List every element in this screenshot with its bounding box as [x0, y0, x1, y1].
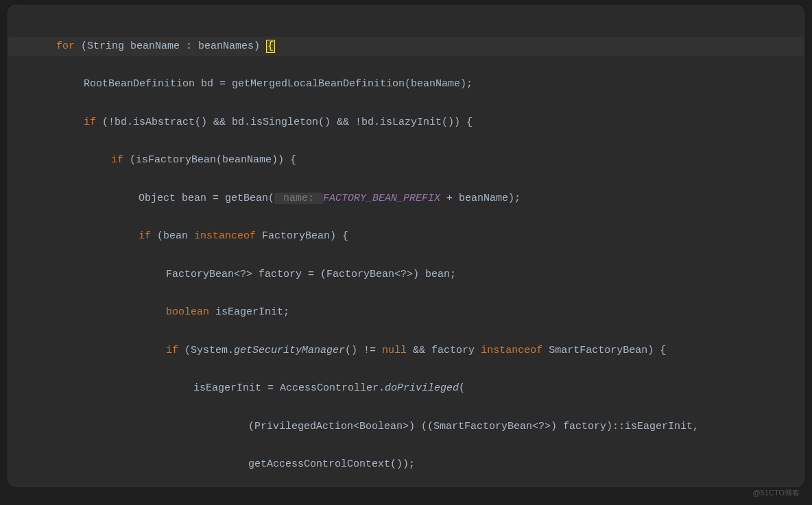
code-line: FactoryBean<?> factory = (FactoryBean<?>… [29, 265, 790, 284]
method-call: getSecurityManager [234, 345, 345, 356]
param-hint: name: [274, 193, 323, 204]
code-text: SmartFactoryBean) { [542, 345, 666, 356]
code-line: Object bean = getBean( name: FACTORY_BEA… [29, 189, 790, 208]
constant: FACTORY_BEAN_PREFIX [323, 193, 440, 204]
code-text: isEagerInit; [209, 306, 289, 318]
code-text: (bean [151, 230, 194, 242]
code-line: if (!bd.isAbstract() && bd.isSingleton()… [29, 113, 790, 132]
code-content: for (String beanName : beanNames) { Root… [8, 18, 804, 486]
keyword-null: null [382, 345, 407, 356]
code-text: FactoryBean<?> factory = (FactoryBean<?>… [166, 269, 456, 280]
keyword-for: for [56, 40, 75, 52]
code-text: (isFactoryBean(beanName)) { [123, 154, 296, 166]
cursor-brace: { [266, 40, 275, 53]
keyword-if: if [84, 116, 96, 128]
method-call: doPrivileged [385, 382, 459, 394]
keyword-if: if [166, 345, 178, 356]
code-text: + beanName); [440, 193, 521, 204]
code-editor[interactable]: for (String beanName : beanNames) { Root… [8, 5, 804, 486]
code-text: getAccessControlContext()); [248, 458, 415, 470]
code-line: if (isFactoryBean(beanName)) { [29, 151, 790, 170]
keyword-instanceof: instanceof [481, 345, 542, 356]
code-text: (PrivilegedAction<Boolean>) ((SmartFacto… [248, 421, 699, 432]
code-line: if (bean instanceof FactoryBean) { [29, 227, 790, 246]
keyword-instanceof: instanceof [194, 230, 256, 242]
code-line: isEagerInit = AccessController.doPrivile… [29, 379, 790, 398]
code-line: getAccessControlContext()); [29, 455, 790, 474]
code-text: (String beanName : beanNames) [75, 40, 266, 52]
code-text: && factory [407, 345, 481, 356]
code-text: (!bd.isAbstract() && bd.isSingleton() &&… [96, 116, 473, 128]
code-text: () != [345, 345, 382, 356]
code-line: boolean isEagerInit; [29, 303, 790, 322]
code-text: isEagerInit = AccessController. [193, 382, 385, 394]
code-line: if (System.getSecurityManager() != null … [29, 341, 790, 360]
code-text: ( [459, 382, 465, 394]
code-text: FactoryBean) { [256, 230, 348, 242]
code-text: (System. [178, 345, 234, 356]
code-line: RootBeanDefinition bd = getMergedLocalBe… [29, 75, 790, 94]
code-text: RootBeanDefinition bd = getMergedLocalBe… [84, 78, 473, 90]
keyword-if: if [111, 154, 123, 166]
code-line: (PrivilegedAction<Boolean>) ((SmartFacto… [29, 417, 790, 436]
watermark: @51CTO博客 [753, 486, 800, 500]
code-line-highlighted: for (String beanName : beanNames) { [8, 37, 804, 56]
keyword-if: if [139, 230, 151, 242]
code-text: Object bean = getBean( [139, 193, 274, 204]
keyword-boolean: boolean [166, 306, 209, 318]
